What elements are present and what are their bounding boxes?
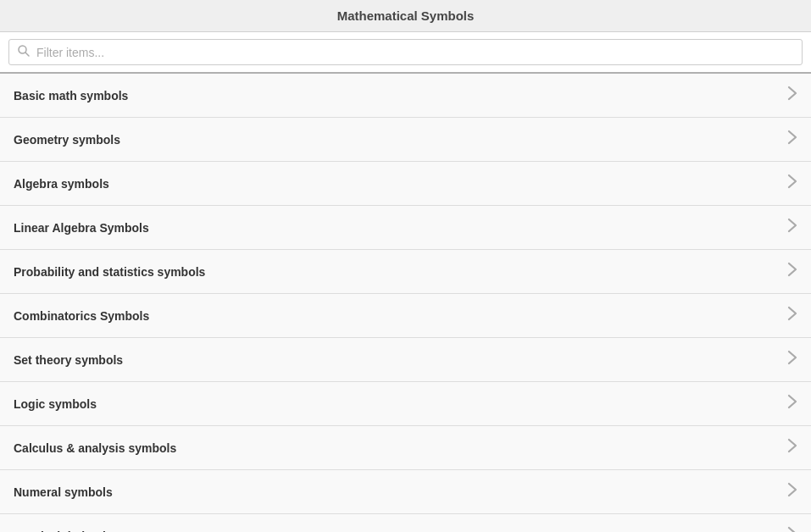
- list-item-set-theory[interactable]: Set theory symbols: [0, 338, 811, 382]
- chevron-icon-geometry: [787, 130, 797, 149]
- list-item-greek[interactable]: Greek alphabet letters: [0, 514, 811, 532]
- list-item-label-probability: Probability and statistics symbols: [14, 265, 205, 279]
- page-title: Mathematical Symbols: [337, 8, 475, 23]
- list-item-basic-math[interactable]: Basic math symbols: [0, 74, 811, 118]
- chevron-icon-calculus: [787, 438, 797, 457]
- list-item-combinatorics[interactable]: Combinatorics Symbols: [0, 294, 811, 338]
- list-item-geometry[interactable]: Geometry symbols: [0, 118, 811, 162]
- list-item-label-combinatorics: Combinatorics Symbols: [14, 309, 149, 323]
- chevron-icon-logic: [787, 394, 797, 413]
- list-item-algebra[interactable]: Algebra symbols: [0, 162, 811, 206]
- chevron-icon-probability: [787, 262, 797, 281]
- chevron-icon-basic-math: [787, 86, 797, 105]
- chevron-icon-numeral: [787, 482, 797, 502]
- list-item-label-linear-algebra: Linear Algebra Symbols: [14, 221, 149, 235]
- search-icon: [18, 45, 30, 59]
- list-item-label-numeral: Numeral symbols: [14, 485, 113, 499]
- list-item-label-geometry: Geometry symbols: [14, 133, 120, 147]
- list-item-label-basic-math: Basic math symbols: [14, 89, 128, 103]
- list-item-label-set-theory: Set theory symbols: [14, 353, 123, 367]
- chevron-icon-combinatorics: [787, 306, 797, 325]
- search-container: [0, 32, 811, 74]
- list-item-label-calculus: Calculus & analysis symbols: [14, 441, 176, 455]
- chevron-icon-set-theory: [787, 350, 797, 369]
- list-container: Basic math symbols Geometry symbols Alge…: [0, 74, 811, 532]
- list-item-numeral[interactable]: Numeral symbols: [0, 470, 811, 514]
- svg-line-1: [25, 53, 29, 56]
- list-item-label-logic: Logic symbols: [14, 397, 97, 411]
- list-item-label-algebra: Algebra symbols: [14, 177, 109, 191]
- list-item-calculus[interactable]: Calculus & analysis symbols: [0, 426, 811, 470]
- chevron-icon-algebra: [787, 174, 797, 193]
- page-header: Mathematical Symbols: [0, 0, 811, 32]
- search-wrapper: [8, 39, 803, 65]
- search-input[interactable]: [36, 46, 793, 59]
- chevron-icon-linear-algebra: [787, 218, 797, 237]
- list-item-logic[interactable]: Logic symbols: [0, 382, 811, 426]
- list-item-label-greek: Greek alphabet letters: [14, 529, 138, 533]
- chevron-icon-greek: [787, 526, 797, 532]
- list-item-linear-algebra[interactable]: Linear Algebra Symbols: [0, 206, 811, 250]
- list-item-probability[interactable]: Probability and statistics symbols: [0, 250, 811, 294]
